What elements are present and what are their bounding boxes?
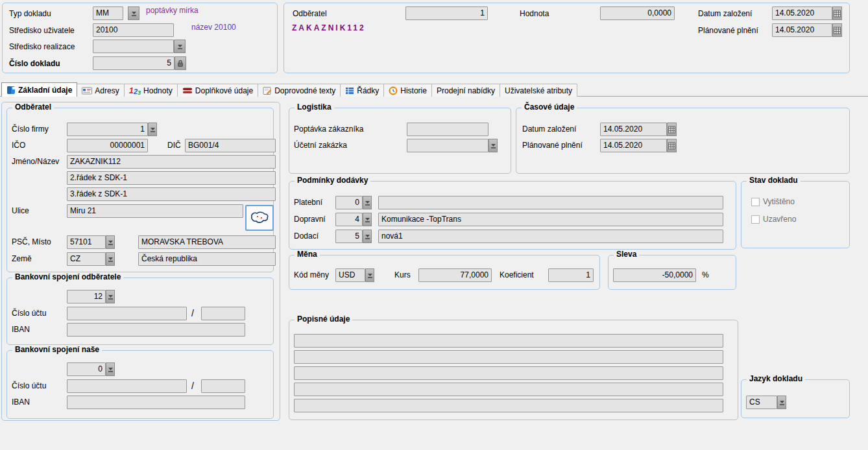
kod-meny-field[interactable]: USD <box>335 268 365 282</box>
logistika-group-title: Logistika <box>295 102 334 112</box>
dopravni-code-field[interactable]: 4 <box>335 213 363 226</box>
uzavreno-checkbox[interactable] <box>751 215 760 224</box>
popisne-field-1[interactable] <box>294 334 723 348</box>
bank-odberatele-kod-banky-field[interactable] <box>201 307 245 320</box>
jmeno-nazev-field-3[interactable]: 3.řádek z SDK-1 <box>67 187 276 201</box>
kurs-field[interactable]: 77,0000 <box>418 268 492 282</box>
tab-zakladni-udaje[interactable]: Základní údaje <box>1 82 77 97</box>
history-clock-icon <box>389 86 398 95</box>
tab-uzivatelske-atributy[interactable]: Uživatelské atributy <box>500 84 577 97</box>
dodaci-dropdown-button[interactable] <box>363 230 372 243</box>
zeme-dropdown-button[interactable] <box>106 252 115 266</box>
bank-odberatele-group-title: Bankovní spojení odběratele <box>12 272 123 281</box>
stredisko-uzivatele-field[interactable]: 20100 <box>93 23 174 37</box>
koeficient-field[interactable]: 1 <box>548 268 594 282</box>
ucetni-zakazka-field[interactable] <box>407 139 488 152</box>
czech-map-icon <box>250 211 269 225</box>
jazyk-dokladu-field[interactable]: CS <box>746 396 777 409</box>
koeficient-label: Koeficient <box>500 268 534 282</box>
bank-odberatele-iban-field[interactable] <box>67 323 245 337</box>
stredisko-uzivatele-label: Středisko uživatele <box>9 24 75 38</box>
bank-odberatele-ucet-field[interactable] <box>67 307 187 320</box>
popisne-udaje-group-title: Popisné údaje <box>295 314 352 324</box>
vytisteno-checkbox[interactable] <box>751 198 760 206</box>
bank-nase-kod-banky-field[interactable] <box>201 379 245 393</box>
planovane-plneni-header-field[interactable]: 14.05.2020 <box>772 23 832 37</box>
jmeno-nazev-field-1[interactable]: ZAKAZNIK112 <box>67 155 276 169</box>
bank-nase-iban-field[interactable] <box>67 396 245 409</box>
jmeno-nazev-label: Jméno/Název <box>12 155 59 169</box>
platebni-text-field[interactable] <box>378 196 723 209</box>
bank-nase-index-field[interactable]: 0 <box>67 362 106 376</box>
dodaci-label: Dodací <box>294 230 319 243</box>
dropdown-arrow-icon <box>779 399 785 406</box>
tab-hodnoty[interactable]: 123 Hodnoty <box>124 84 178 97</box>
platebni-code-field[interactable]: 0 <box>335 196 363 209</box>
tab-radky[interactable]: Řádky <box>340 84 384 97</box>
planovane-plneni-calendar-button[interactable] <box>667 139 677 152</box>
dic-field[interactable]: BG001/4 <box>185 139 276 152</box>
dropdown-arrow-icon <box>108 294 114 300</box>
stredisko-realizace-field[interactable] <box>93 40 174 53</box>
ucetni-zakazka-dropdown-button[interactable] <box>488 139 498 152</box>
planovane-plneni-field[interactable]: 14.05.2020 <box>600 139 667 152</box>
zeme-field[interactable]: CZ <box>67 252 106 266</box>
tab-label: Historie <box>400 86 427 95</box>
map-button[interactable] <box>245 205 274 231</box>
planovane-plneni-header-calendar-button[interactable] <box>832 23 842 37</box>
bank-nase-ucet-label: Číslo účtu <box>12 379 46 393</box>
cislo-dokladu-field[interactable]: 5 <box>93 56 175 70</box>
tab-doplnkove-udaje[interactable]: Doplňkové údaje <box>177 84 258 97</box>
kod-meny-dropdown-button[interactable] <box>365 268 374 282</box>
lock-button[interactable] <box>175 56 186 70</box>
psc-dropdown-button[interactable] <box>106 235 115 249</box>
popisne-field-2[interactable] <box>294 350 723 364</box>
dropdown-arrow-icon <box>365 200 370 206</box>
bank-odberatele-dropdown-button[interactable] <box>106 290 115 303</box>
typ-dokladu-dropdown-button[interactable] <box>128 6 139 20</box>
platebni-dropdown-button[interactable] <box>363 196 372 209</box>
tab-label: Základní údaje <box>18 86 72 95</box>
jmeno-nazev-field-2[interactable]: 2.řádek z SDK-1 <box>67 171 276 185</box>
dodaci-code-field[interactable]: 5 <box>335 230 363 243</box>
dropdown-arrow-icon <box>108 366 114 373</box>
bank-odberatele-index-field[interactable]: 12 <box>67 290 106 303</box>
datum-zalozeni-calendar-button[interactable] <box>667 123 677 136</box>
jazyk-dokladu-dropdown-button[interactable] <box>777 396 786 409</box>
tab-label: Doplňkové údaje <box>195 86 253 95</box>
zeme-name-field[interactable]: Česká republika <box>138 252 276 266</box>
dopravni-text-field[interactable]: Komunikace -TopTrans <box>378 213 723 226</box>
bank-nase-dropdown-button[interactable] <box>106 362 115 376</box>
cislo-firmy-field[interactable]: 1 <box>67 123 148 136</box>
tab-historie[interactable]: Historie <box>383 84 432 97</box>
datum-zalozeni-header-field[interactable]: 14.05.2020 <box>772 6 832 20</box>
typ-dokladu-field[interactable]: MM <box>93 6 123 20</box>
psc-field[interactable]: 57101 <box>67 235 106 249</box>
bank-nase-ucet-field[interactable] <box>67 379 187 393</box>
datum-zalozeni-header-calendar-button[interactable] <box>832 6 842 20</box>
poptavka-zakaznika-field[interactable] <box>407 123 488 136</box>
dodaci-text-field[interactable]: nová1 <box>378 230 723 243</box>
stredisko-realizace-dropdown-button[interactable] <box>174 40 186 53</box>
tab-prodejni-nabidky[interactable]: Prodejní nabídky <box>431 84 500 97</box>
hodnota-field[interactable]: 0,0000 <box>600 6 675 20</box>
dopravni-dropdown-button[interactable] <box>363 213 372 226</box>
document-form-window: Typ dokladu Středisko uživatele Středisk… <box>0 0 868 450</box>
ulice-field[interactable]: Miru 21 <box>67 204 243 218</box>
ico-field[interactable]: 00000001 <box>67 139 148 152</box>
dropdown-arrow-icon <box>108 256 114 263</box>
kurs-label: Kurs <box>394 268 411 282</box>
tab-adresy[interactable]: Adresy <box>77 84 124 97</box>
popisne-field-4[interactable] <box>294 383 723 396</box>
rows-grid-icon <box>345 87 354 95</box>
stredisko-uzivatele-note: název 20100 <box>191 21 236 34</box>
zeme-label: Země <box>12 252 32 266</box>
popisne-field-5[interactable] <box>294 399 723 412</box>
datum-zalozeni-field[interactable]: 14.05.2020 <box>600 123 667 136</box>
popisne-field-3[interactable] <box>294 366 723 380</box>
sleva-field[interactable]: -50,0000 <box>613 268 696 282</box>
misto-field[interactable]: MORAVSKA TREBOVA <box>138 235 276 249</box>
odberatel-field[interactable]: 1 <box>405 6 488 20</box>
cislo-firmy-dropdown-button[interactable] <box>148 123 157 136</box>
tab-doprovodne-texty[interactable]: Doprovodné texty <box>258 84 341 97</box>
